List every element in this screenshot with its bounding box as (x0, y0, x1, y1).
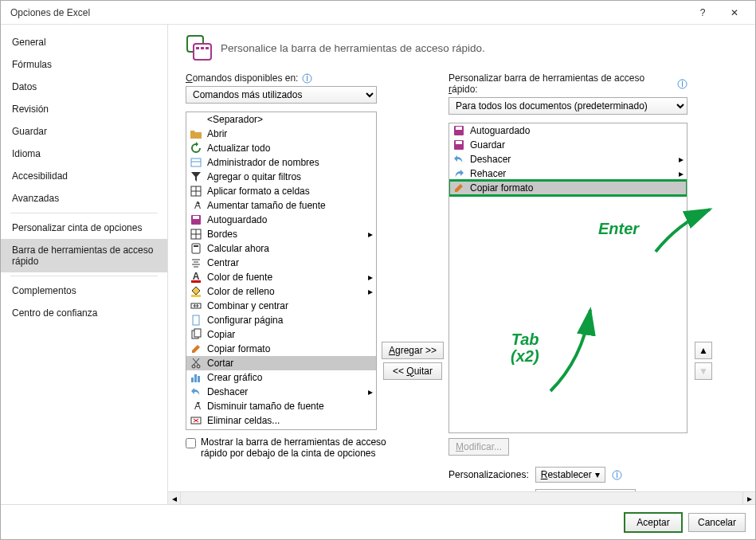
svg-rect-33 (191, 378, 194, 382)
qat-column: Personalizar barra de herramientas de ac… (449, 72, 687, 504)
help-button[interactable]: ? (687, 2, 719, 24)
reorder-column: ▲ ▼ (687, 72, 719, 504)
svg-rect-34 (194, 374, 197, 382)
fontdown-icon: A (190, 400, 202, 413)
list-item[interactable]: Deshacer▸ (186, 385, 376, 399)
svg-rect-14 (193, 216, 199, 219)
list-item[interactable]: Actualizar todo (186, 141, 376, 155)
sidebar-item[interactable]: Centro de confianza (1, 302, 167, 324)
list-item[interactable]: Centrar (186, 256, 376, 270)
info-icon[interactable]: i (676, 78, 687, 89)
list-item[interactable]: AAumentar tamaño de fuente (186, 198, 376, 213)
list-item-label: Configurar página (207, 315, 362, 326)
svg-rect-43 (456, 141, 462, 144)
info-icon[interactable]: i (612, 469, 623, 480)
cancel-button[interactable]: Cancelar (688, 513, 746, 532)
sidebar-item[interactable]: Accesibilidad (1, 165, 167, 187)
list-item[interactable]: Copiar formato (186, 342, 376, 356)
list-item[interactable]: Autoguardado (449, 123, 687, 138)
scroll-left-icon[interactable]: ◂ (168, 492, 181, 504)
list-item[interactable]: Administrador de nombres (186, 155, 376, 170)
list-item[interactable]: Copiar (186, 327, 376, 342)
save-icon (452, 139, 465, 151)
list-item[interactable]: Aplicar formato a celdas (186, 184, 376, 198)
submenu-indicator-icon: ▸ (677, 154, 685, 165)
list-item-label: Autoguardado (207, 214, 362, 225)
show-below-ribbon-checkbox-label[interactable]: Mostrar la barra de herramientas de acce… (186, 436, 393, 459)
list-item[interactable]: AColor de fuente▸ (186, 270, 376, 284)
list-item-label: Autoguardado (470, 125, 672, 136)
list-item-label: Copiar formato (207, 343, 362, 354)
sidebar-item[interactable]: Datos (1, 76, 167, 98)
svg-rect-3 (201, 47, 204, 49)
list-item[interactable]: Rehacer▸ (449, 166, 687, 181)
move-up-button[interactable]: ▲ (695, 342, 712, 359)
svg-rect-26 (191, 295, 201, 297)
names-icon (190, 156, 202, 169)
main-panel: Personalice la barra de herramientas de … (168, 25, 755, 504)
sidebar-item[interactable]: Personalizar cinta de opciones (1, 217, 167, 239)
available-commands-listbox[interactable]: <Separador>AbrirActualizar todoAdministr… (186, 112, 377, 430)
svg-rect-25 (191, 280, 201, 283)
list-item[interactable]: Bordes▸ (186, 227, 376, 241)
refresh-icon (190, 142, 202, 155)
add-button[interactable]: Agregar >> (382, 342, 444, 359)
list-item[interactable]: Abrir (186, 127, 376, 141)
list-item[interactable]: Autoguardado (186, 213, 376, 227)
reset-dropdown-button[interactable]: Restablecer ▾ (535, 467, 605, 483)
list-item-label: Crear gráfico (207, 372, 362, 383)
svg-text:i: i (681, 79, 684, 89)
list-item[interactable]: Copiar formato (449, 181, 687, 195)
list-item[interactable]: <Separador> (186, 112, 376, 127)
undo-icon (190, 385, 202, 398)
qat-label: Personalizar barra de herramientas de ac… (449, 72, 687, 95)
close-icon: ✕ (731, 7, 738, 18)
list-item-label: Color de relleno (207, 286, 362, 297)
list-item[interactable]: Eliminar celdas... (186, 413, 376, 428)
close-button[interactable]: ✕ (719, 2, 750, 24)
choose-commands-dropdown[interactable]: Comandos más utilizados (186, 86, 377, 104)
sidebar-item[interactable]: Idioma (1, 143, 167, 165)
sidebar-item[interactable]: Revisión (1, 98, 167, 120)
list-item-label: Guardar (470, 139, 672, 151)
merge-icon (190, 299, 202, 312)
scroll-right-icon[interactable]: ▸ (742, 492, 755, 504)
center-icon (190, 256, 202, 269)
list-item-label: Aplicar formato a celdas (207, 186, 362, 197)
list-item[interactable]: Guardar (449, 138, 687, 152)
list-item[interactable]: ADisminuir tamaño de fuente (186, 399, 376, 413)
sidebar-item[interactable]: Avanzadas (1, 187, 167, 209)
titlebar: Opciones de Excel ? ✕ (1, 1, 755, 25)
sidebar-item[interactable]: Barra de herramientas de acceso rápido (1, 239, 167, 272)
list-item-label: Aumentar tamaño de fuente (207, 200, 362, 211)
list-item[interactable]: Configurar página (186, 313, 376, 327)
list-item[interactable]: Color de relleno▸ (186, 284, 376, 299)
qat-commands-listbox[interactable]: AutoguardadoGuardarDeshacer▸Rehacer▸Copi… (449, 123, 687, 433)
sidebar-item[interactable]: Fórmulas (1, 53, 167, 76)
horizontal-scrollbar[interactable]: ◂ ▸ (168, 491, 755, 504)
list-item[interactable]: Cortar (186, 356, 376, 370)
list-item-label: Administrador de nombres (207, 157, 362, 168)
qat-scope-dropdown[interactable]: Para todos los documentos (predeterminad… (449, 97, 687, 115)
remove-button[interactable]: << Quitar (383, 362, 442, 380)
show-below-ribbon-checkbox[interactable] (186, 438, 196, 448)
list-item-label: Copiar (207, 329, 362, 340)
list-item[interactable]: Combinar y centrar (186, 299, 376, 313)
sidebar-item[interactable]: General (1, 31, 167, 53)
sidebar-item[interactable]: Complementos (1, 280, 167, 302)
qat-customize-icon (186, 34, 213, 61)
sidebar-item[interactable]: Guardar (1, 120, 167, 143)
customizations-label: Personalizaciones: (449, 469, 529, 480)
info-icon[interactable]: i (301, 72, 312, 84)
borders-icon (190, 228, 202, 241)
help-icon: ? (700, 7, 706, 18)
list-item[interactable]: Agregar o quitar filtros (186, 170, 376, 184)
ok-button[interactable]: Aceptar (625, 513, 682, 532)
list-item[interactable]: Crear gráfico (186, 370, 376, 385)
svg-rect-19 (194, 245, 198, 247)
list-item-label: Abrir (207, 128, 362, 139)
annotation-enter: Enter (598, 220, 639, 238)
autosave-icon (190, 213, 202, 226)
list-item[interactable]: Deshacer▸ (449, 152, 687, 166)
list-item[interactable]: Calcular ahora (186, 241, 376, 256)
